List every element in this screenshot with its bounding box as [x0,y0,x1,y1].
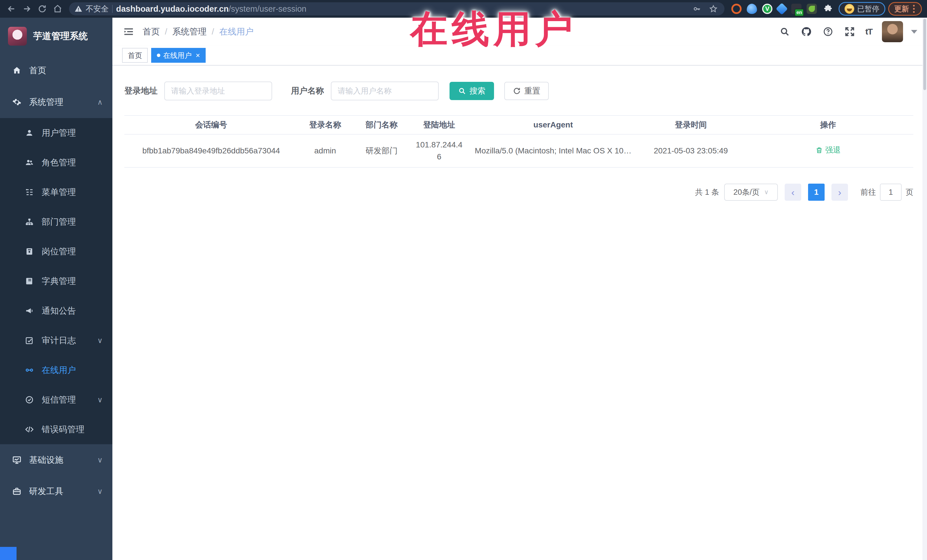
reset-button-label: 重置 [524,85,540,96]
org-tree-icon [24,217,34,227]
sidebar-item-notice[interactable]: 通知公告 [0,296,112,326]
font-size-icon[interactable]: tT [865,27,872,36]
online-user-icon [24,365,34,375]
tag-label: 在线用户 [163,51,191,60]
page-scrollbar[interactable] [922,18,927,560]
scrollbar-thumb[interactable] [923,19,926,90]
extension-translate-icon[interactable] [791,4,801,14]
browser-reload-icon[interactable] [36,3,49,15]
chevron-down-icon: ∨ [97,336,103,345]
next-page-button[interactable]: › [831,184,848,201]
cell-actions: 强退 [743,142,913,159]
page-unit-label: 页 [906,187,913,197]
prev-page-button[interactable]: ‹ [785,184,801,201]
avatar-caret-icon[interactable] [911,30,917,33]
page-size-select[interactable]: 20条/页 ∨ [724,184,778,201]
table-header-row: 会话编号 登录名称 部门名称 登陆地址 userAgent 登录时间 操作 [125,116,913,135]
security-warning[interactable]: 不安全 [74,4,109,14]
github-icon[interactable] [800,26,812,38]
extension-green-check-icon[interactable]: V [762,4,772,14]
annotation-title: 在线用户 [410,4,577,55]
sidebar-item-role-mgmt[interactable]: 角色管理 [0,148,112,178]
sidebar-item-user-mgmt[interactable]: 用户管理 [0,118,112,148]
select-caret-icon: ∨ [764,188,769,196]
sidebar-logo-row[interactable]: 芋道管理系统 [0,18,112,55]
browser-forward-icon[interactable] [21,3,33,15]
code-icon [24,425,34,434]
sidebar-item-label: 研发工具 [29,486,63,497]
extension-diamond-icon[interactable] [776,3,788,15]
breadcrumb-home[interactable]: 首页 [143,26,160,38]
password-key-icon[interactable] [691,3,703,15]
url-text[interactable]: dashboard.yudao.iocoder.cn/system/user-s… [116,4,687,14]
login-address-input[interactable] [164,82,272,100]
omnibox-divider [112,5,112,13]
sidebar-item-online-users[interactable]: 在线用户 [0,355,112,385]
extension-leaf-icon[interactable] [807,4,817,14]
chevron-down-icon: ∨ [97,456,103,464]
sidebar-item-audit-log[interactable]: 审计日志 ∨ [0,326,112,355]
header-search-icon[interactable] [779,26,791,38]
sidebar-item-label: 部门管理 [42,216,76,228]
sidebar-item-dept-mgmt[interactable]: 部门管理 [0,207,112,237]
sidebar-item-dict-mgmt[interactable]: 字典管理 [0,266,112,296]
sidebar: 芋道管理系统 首页 系统管理 ∧ 用户管理 角色管理 [0,18,112,560]
breadcrumb-system[interactable]: 系统管理 [172,26,207,38]
login-address-label: 登录地址 [125,85,158,97]
search-button[interactable]: 搜索 [450,82,494,100]
address-bar[interactable]: 不安全 dashboard.yudao.iocoder.cn/system/us… [69,2,725,15]
user-icon [24,128,34,138]
cell-username: admin [298,143,353,159]
user-avatar[interactable] [882,21,903,42]
sidebar-item-label: 在线用户 [42,364,76,376]
fullscreen-icon[interactable] [844,26,856,38]
browser-back-icon[interactable] [5,3,18,15]
col-user-agent: userAgent [468,117,639,133]
extension-orange-icon[interactable] [731,4,742,14]
page-size-value: 20条/页 [733,187,760,197]
username-label: 用户名称 [291,85,324,97]
browser-update-button[interactable]: 更新 [888,2,922,16]
col-dept: 部门名称 [352,117,411,133]
pagination: 共 1 条 20条/页 ∨ ‹ 1 › 前往 页 [125,184,913,201]
profile-emoji-icon [845,4,854,14]
force-logout-label: 强退 [825,144,840,156]
sidebar-item-menu-mgmt[interactable]: 菜单管理 [0,178,112,207]
current-page-button[interactable]: 1 [808,184,825,201]
sidebar-item-label: 角色管理 [42,157,76,168]
col-ip: 登陆地址 [411,117,468,133]
force-logout-button[interactable]: 强退 [816,144,840,156]
extension-drop-icon[interactable] [747,4,757,14]
username-input[interactable] [331,82,439,100]
sidebar-item-home[interactable]: 首页 [0,55,112,86]
sidebar-item-dev-tools[interactable]: 研发工具 ∨ [0,476,112,507]
sidebar-item-system-mgmt[interactable]: 系统管理 ∧ [0,86,112,118]
breadcrumb-current: 在线用户 [219,26,254,38]
browser-menu-icon[interactable] [912,5,916,13]
reset-button[interactable]: 重置 [504,82,549,100]
tag-online-users[interactable]: 在线用户 × [151,48,206,63]
home-icon [12,65,22,75]
sidebar-corner-marker [0,547,17,560]
tag-close-icon[interactable]: × [196,51,200,60]
chevron-down-icon: ∨ [97,487,103,496]
sidebar-item-infrastructure[interactable]: 基础设施 ∨ [0,444,112,476]
sidebar-item-label: 短信管理 [42,394,76,406]
goto-page-input[interactable] [880,184,902,201]
delete-icon [816,147,823,154]
sidebar-item-post-mgmt[interactable]: 岗位管理 [0,237,112,266]
cell-dept: 研发部门 [352,143,411,159]
sidebar-fold-icon[interactable] [122,25,135,38]
bookmark-star-icon[interactable] [707,3,719,15]
system-submenu: 用户管理 角色管理 菜单管理 部门管理 岗位管理 [0,118,112,444]
cell-login-time: 2021-05-03 23:05:49 [639,143,743,159]
profile-paused-chip[interactable]: 已暂停 [839,2,885,16]
sidebar-item-sms-mgmt[interactable]: 短信管理 ∨ [0,385,112,414]
filter-form: 登录地址 用户名称 搜索 重置 [125,82,913,100]
cell-ip: 101.87.244.46 [411,137,468,165]
sidebar-item-error-code[interactable]: 错误码管理 [0,414,112,444]
browser-home-icon[interactable] [51,3,64,15]
extensions-puzzle-icon[interactable] [822,3,834,15]
tag-home[interactable]: 首页 [122,48,148,63]
help-icon[interactable] [822,26,834,38]
